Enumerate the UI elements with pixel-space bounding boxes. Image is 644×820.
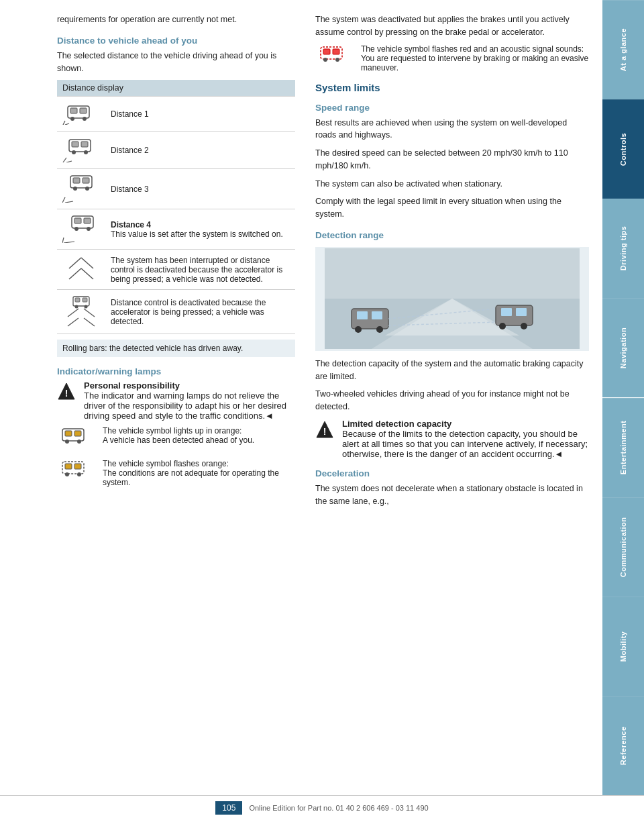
speed-range-p3: The system can also be activated when st…	[315, 178, 589, 191]
distance-heading: Distance to vehicle ahead of you	[57, 36, 295, 46]
svg-point-72	[521, 323, 527, 329]
svg-rect-8	[72, 142, 78, 147]
svg-point-36	[85, 305, 88, 309]
svg-rect-15	[73, 178, 80, 183]
sidebar-tab-reference[interactable]: Reference	[602, 696, 644, 795]
red-flash-car-icon	[315, 44, 353, 68]
sidebar-tab-controls[interactable]: Controls	[602, 99, 644, 199]
table-row: The system has been interrupted or dista…	[57, 250, 295, 290]
system-limits-heading: System limits	[315, 82, 589, 93]
svg-point-4	[83, 117, 87, 121]
sidebar-tab-driving-tips[interactable]: Driving tips	[602, 199, 644, 298]
sidebar-tab-navigation[interactable]: Navigation	[602, 298, 644, 397]
svg-point-3	[70, 117, 74, 121]
svg-point-56	[323, 58, 327, 62]
table-row: Distance control is deactivated because …	[57, 290, 295, 334]
svg-line-38	[84, 309, 95, 317]
distance1-label: Distance 1	[105, 97, 295, 132]
orange-flash-car-icon	[57, 459, 95, 483]
svg-line-12	[63, 158, 66, 162]
svg-point-25	[87, 227, 91, 231]
indicator-section: Indicator/warning lamps ! Personal respo…	[57, 366, 295, 487]
page-number: 105	[215, 801, 242, 815]
svg-line-5	[63, 121, 65, 125]
speed-range-p4: Comply with the legal speed limit in eve…	[315, 195, 589, 221]
distance-section: Distance to vehicle ahead of you The sel…	[57, 36, 295, 358]
svg-rect-2	[80, 108, 87, 113]
svg-rect-23	[84, 218, 91, 223]
lines-icon	[62, 254, 100, 283]
svg-point-11	[84, 150, 88, 154]
svg-point-10	[72, 150, 76, 154]
svg-line-20	[65, 201, 73, 203]
svg-rect-50	[74, 464, 81, 469]
distance1-car-icon	[62, 101, 100, 125]
right-intro-text: The system was deactivated but applies t…	[315, 13, 589, 39]
red-flash-item: The vehicle symbol flashes red and an ac…	[315, 44, 589, 72]
sidebar-tab-at-a-glance[interactable]: At a glance	[602, 0, 644, 99]
orange-light-item: The vehicle symbol lights up in orange: …	[57, 426, 295, 452]
svg-line-19	[62, 197, 65, 203]
svg-line-29	[81, 258, 93, 268]
deceleration-heading: Deceleration	[315, 468, 589, 478]
table-row: Distance 2	[57, 132, 295, 169]
orange-flash-item: The vehicle symbol flashes orange: The c…	[57, 459, 295, 487]
distance-table: Distance display	[57, 80, 295, 334]
svg-rect-1	[70, 108, 77, 113]
distance3-icon-cell	[57, 169, 105, 209]
target-car	[496, 305, 533, 329]
svg-rect-16	[83, 178, 89, 183]
system-interrupted-label: The system has been interrupted or dista…	[105, 250, 295, 290]
distance2-label: Distance 2	[105, 132, 295, 169]
intro-text: requirements for operation are currently…	[57, 13, 295, 26]
lines-icon-cell	[57, 250, 105, 290]
limited-detection-warning-icon: !	[315, 420, 334, 439]
svg-rect-45	[74, 431, 81, 436]
svg-point-51	[65, 472, 69, 476]
table-row: Distance 3	[57, 169, 295, 209]
distance4-label: Distance 4 This value is set after the s…	[105, 209, 295, 250]
svg-point-67	[376, 326, 383, 333]
svg-point-47	[77, 440, 81, 444]
detection-range-image	[315, 247, 589, 351]
limited-detection-warning: ! Limited detection capacity Because of …	[315, 419, 589, 459]
svg-line-37	[68, 309, 78, 317]
distance3-label: Distance 3	[105, 169, 295, 209]
svg-rect-69	[501, 308, 512, 316]
warning-body: The indicator and warning lamps do not r…	[84, 391, 286, 421]
red-flash-text: The vehicle symbol flashes red and an ac…	[361, 44, 589, 72]
svg-line-13	[66, 161, 72, 162]
svg-line-26	[62, 238, 64, 243]
orange-flash-text: The vehicle symbol flashes orange: The c…	[103, 459, 295, 487]
speed-range-p1: Best results are achieved when using the…	[315, 117, 589, 142]
svg-rect-59	[325, 248, 580, 299]
distance3-car-icon	[62, 173, 100, 203]
svg-line-40	[84, 318, 95, 326]
table-row: Distance 1	[57, 97, 295, 132]
lines-car-icon	[62, 294, 100, 327]
rolling-bars-text: Rolling bars: the detected vehicle has d…	[57, 340, 295, 357]
svg-point-18	[85, 187, 89, 191]
warning-triangle-icon: !	[57, 382, 76, 401]
svg-rect-70	[516, 308, 527, 316]
svg-rect-54	[323, 49, 330, 54]
distance1-icon-cell	[57, 97, 105, 132]
sidebar-tab-communication[interactable]: Communication	[602, 497, 644, 597]
svg-line-27	[64, 242, 74, 243]
svg-line-39	[68, 318, 78, 326]
bottom-bar: 105 Online Edition for Part no. 01 40 2 …	[0, 795, 644, 820]
deceleration-body: The system does not decelerate when a st…	[315, 482, 589, 508]
limited-detection-title: Limited detection capacity	[342, 419, 451, 429]
ego-car	[352, 309, 388, 333]
detection-range-heading: Detection range	[315, 230, 589, 240]
svg-point-71	[499, 323, 506, 329]
svg-line-31	[81, 268, 93, 279]
limited-detection-body: Because of the limits to the detection c…	[342, 429, 588, 459]
sidebar-tab-mobility[interactable]: Mobility	[602, 597, 644, 696]
orange-light-text: The vehicle symbol lights up in orange: …	[103, 426, 254, 445]
warning-title: Personal responsibility	[84, 380, 180, 391]
distance4-icon-cell	[57, 209, 105, 250]
sidebar-tab-entertainment[interactable]: Entertainment	[602, 398, 644, 497]
distance-control-deactivated-label: Distance control is deactivated because …	[105, 290, 295, 334]
svg-point-46	[65, 440, 69, 444]
